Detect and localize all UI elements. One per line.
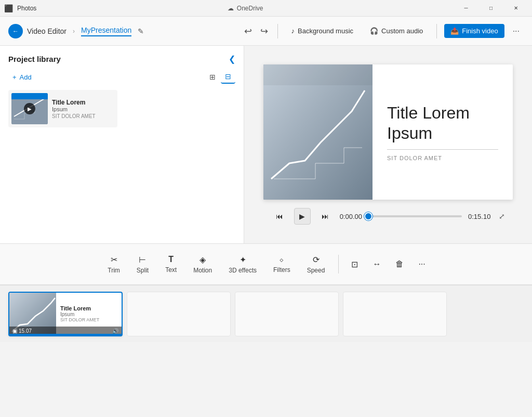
clip-volume: 🔊 — [112, 328, 118, 334]
timeline: Title Lorem Ipsum SIT DOLOR AMET ▣ 15.07… — [0, 285, 532, 342]
app-name: Photos — [17, 5, 36, 12]
clip-subtitle: Ipsum — [60, 311, 117, 317]
timeline-empty-slot-3[interactable] — [343, 292, 447, 336]
preview-image — [263, 64, 373, 200]
play-pause-button[interactable]: ▶ — [294, 208, 311, 225]
undo-button[interactable]: ↩ — [244, 25, 252, 37]
project-library: Project library ❮ + Add ⊞ ⊟ — [0, 46, 244, 243]
playback-controls: ⏮ ▶ ⏭ 0:00.00 0:15.10 ⤢ — [271, 208, 506, 225]
timeline-empty-slot-1[interactable] — [127, 292, 231, 336]
trim-icon: ✂ — [111, 255, 117, 265]
3d-effects-label: 3D effects — [229, 267, 257, 274]
filters-label: Filters — [273, 266, 290, 273]
svg-rect-13 — [263, 64, 373, 85]
breadcrumb-parent[interactable]: Video Editor — [27, 27, 66, 35]
flip-button[interactable]: ↔ — [366, 255, 387, 273]
finish-video-button[interactable]: 📤 Finish video — [444, 24, 504, 38]
back-icon: ← — [12, 28, 19, 35]
add-label: Add — [20, 73, 32, 81]
next-frame-button[interactable]: ⏭ — [317, 208, 334, 225]
breadcrumb-separator: › — [73, 28, 75, 35]
maximize-button[interactable]: □ — [479, 0, 503, 17]
3d-effects-icon: ✦ — [240, 255, 246, 265]
more-options-button[interactable]: ··· — [412, 255, 431, 273]
onedrive-area: ☁ OneDrive — [228, 5, 263, 12]
flip-icon: ↔ — [373, 259, 381, 269]
edit-toolbar-separator — [338, 255, 339, 273]
motion-icon: ◈ — [200, 255, 206, 265]
grid-large-view-button[interactable]: ⊞ — [205, 71, 220, 83]
photos-icon: ⬛ — [4, 4, 13, 12]
speed-button[interactable]: ⟳ Speed — [300, 251, 332, 278]
play-overlay-button[interactable]: ▶ — [24, 103, 35, 114]
custom-audio-button[interactable]: 🎧 Custom audio — [364, 24, 429, 38]
motion-button[interactable]: ◈ Motion — [186, 251, 219, 278]
motion-label: Motion — [193, 267, 212, 274]
onedrive-icon: ☁ — [228, 5, 234, 12]
filters-button[interactable]: ⬦ Filters — [266, 251, 298, 278]
library-items: ▶ Title Lorem Ipsum SIT DOLOR AMET — [8, 90, 235, 127]
progress-thumb[interactable] — [364, 212, 373, 220]
preview-text-panel: Title Lorem Ipsum SIT DOLOR AMET — [373, 64, 513, 200]
preview-divider — [387, 149, 498, 150]
view-toggle: ⊞ ⊟ — [205, 70, 235, 84]
library-collapse-button[interactable]: ❮ — [229, 54, 235, 64]
main-layout: Project library ❮ + Add ⊞ ⊟ — [0, 46, 532, 243]
video-preview: Title Lorem Ipsum SIT DOLOR AMET — [263, 64, 513, 200]
more-options-icon: ··· — [418, 259, 425, 269]
title-bar-left: ⬛ Photos — [4, 4, 36, 12]
library-item-info: Title Lorem Ipsum SIT DOLOR AMET — [52, 99, 114, 119]
progress-bar[interactable] — [368, 215, 462, 217]
3d-effects-button[interactable]: ✦ 3D effects — [221, 251, 264, 278]
toolbar-more-button[interactable]: ··· — [509, 24, 524, 38]
add-button[interactable]: + Add — [8, 71, 36, 83]
split-button[interactable]: ⊢ Split — [129, 251, 156, 278]
music-icon: ♪ — [291, 27, 295, 35]
thumb-accent-bar — [11, 93, 48, 99]
volume-icon: 🔊 — [112, 328, 118, 334]
text-button[interactable]: T Text — [158, 251, 184, 278]
preview-area: Title Lorem Ipsum SIT DOLOR AMET ⏮ ▶ ⏭ 0… — [244, 46, 532, 243]
trim-label: Trim — [108, 267, 120, 274]
onedrive-label: OneDrive — [237, 5, 263, 12]
library-header: Project library ❮ — [8, 54, 235, 64]
grid-small-view-button[interactable]: ⊟ — [221, 70, 235, 84]
minimize-button[interactable]: ─ — [454, 0, 478, 17]
redo-button[interactable]: ↪ — [260, 25, 268, 37]
preview-subtitle: SIT DOLOR AMET — [387, 155, 498, 161]
close-button[interactable]: ✕ — [504, 0, 528, 17]
library-item-subtitle: Ipsum — [52, 106, 114, 112]
total-time: 0:15.10 — [468, 213, 490, 220]
crop-button[interactable]: ⊡ — [345, 255, 364, 273]
timeline-empty-slot-2[interactable] — [235, 292, 339, 336]
main-toolbar: ← Video Editor › MyPresentation ✎ ↩ ↪ ♪ … — [0, 17, 532, 46]
library-item-thumbnail: ▶ — [11, 93, 48, 124]
edit-title-icon[interactable]: ✎ — [138, 27, 144, 35]
background-music-button[interactable]: ♪ Background music — [285, 24, 360, 38]
delete-button[interactable]: 🗑 — [389, 255, 410, 273]
finish-icon: 📤 — [450, 27, 459, 35]
split-label: Split — [137, 267, 149, 274]
fullscreen-button[interactable]: ⤢ — [499, 212, 505, 220]
prev-frame-button[interactable]: ⏮ — [271, 208, 288, 225]
clip-title: Title Lorem — [60, 305, 117, 311]
preview-title: Title Lorem Ipsum — [387, 103, 498, 143]
text-icon: T — [168, 255, 174, 264]
back-button[interactable]: ← — [8, 24, 23, 38]
split-icon: ⊢ — [139, 255, 146, 265]
speed-icon: ⟳ — [313, 255, 320, 265]
library-title: Project library — [8, 55, 61, 63]
filters-icon: ⬦ — [279, 255, 284, 264]
delete-icon: 🗑 — [395, 259, 404, 269]
audio-icon: 🎧 — [370, 27, 378, 35]
custom-audio-label: Custom audio — [381, 27, 423, 35]
timeline-clip[interactable]: Title Lorem Ipsum SIT DOLOR AMET ▣ 15.07… — [8, 292, 123, 336]
finish-video-label: Finish video — [462, 27, 498, 35]
breadcrumb-current: MyPresentation — [81, 26, 131, 36]
trim-button[interactable]: ✂ Trim — [100, 251, 127, 278]
library-item-extra: SIT DOLOR AMET — [52, 113, 114, 119]
library-item-title: Title Lorem — [52, 99, 114, 106]
library-item[interactable]: ▶ Title Lorem Ipsum SIT DOLOR AMET — [8, 90, 117, 127]
clip-progress-bar — [9, 334, 122, 335]
clip-duration: ▣ 15.07 — [12, 328, 32, 334]
